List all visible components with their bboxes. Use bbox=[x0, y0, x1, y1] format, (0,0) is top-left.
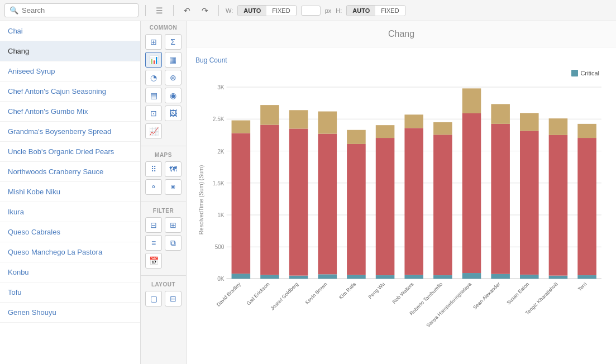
toolbar: 🔍 ☰ ↶ ↷ W: AUTO FIXED px H: AUTO FIXED bbox=[0, 0, 616, 21]
search-input[interactable] bbox=[22, 6, 133, 15]
list-item[interactable]: Northwoods Cranberry Sauce bbox=[0, 162, 140, 182]
svg-rect-28 bbox=[318, 134, 337, 275]
svg-rect-25 bbox=[289, 110, 308, 128]
width-input[interactable] bbox=[301, 6, 321, 16]
svg-text:Kevin Brown: Kevin Brown bbox=[304, 281, 328, 305]
svg-rect-65 bbox=[577, 124, 596, 138]
list-item[interactable]: Chang bbox=[0, 41, 140, 61]
svg-rect-51 bbox=[491, 274, 510, 279]
legend-color-box bbox=[571, 70, 578, 76]
list-item[interactable]: Chef Anton's Gumbo Mix bbox=[0, 102, 140, 122]
search-box[interactable]: 🔍 bbox=[4, 3, 139, 17]
donut-icon[interactable]: ◉ bbox=[165, 88, 182, 103]
list-item[interactable]: Aniseed Syrup bbox=[0, 61, 140, 82]
legend-label: Critical bbox=[580, 70, 599, 76]
svg-rect-40 bbox=[404, 128, 423, 275]
hamburger-button[interactable]: ☰ bbox=[152, 4, 166, 17]
svg-rect-53 bbox=[491, 104, 510, 123]
svg-rect-59 bbox=[549, 276, 568, 279]
filter-tiles-icon[interactable]: ⧉ bbox=[165, 235, 182, 251]
svg-text:500: 500 bbox=[215, 244, 225, 250]
svg-text:1.5K: 1.5K bbox=[213, 180, 225, 186]
separator bbox=[145, 5, 146, 16]
svg-rect-47 bbox=[462, 273, 481, 279]
filled-map-icon[interactable]: 🗺 bbox=[165, 161, 182, 177]
svg-rect-17 bbox=[232, 121, 251, 133]
filter-list-icon[interactable]: ⊟ bbox=[145, 217, 162, 233]
height-fixed-button[interactable]: FIXED bbox=[375, 6, 404, 16]
undo-button[interactable]: ↶ bbox=[180, 4, 194, 17]
sigma-icon[interactable]: Σ bbox=[165, 34, 182, 50]
filter-lines-icon[interactable]: ≡ bbox=[145, 235, 162, 251]
chart-svg-wrapper: ResolvedTime (Sum) (Sum) 0K5001K1.5K2K2.… bbox=[195, 69, 607, 331]
redo-button[interactable]: ↷ bbox=[198, 4, 212, 17]
list-item[interactable]: Genen Shouyu bbox=[0, 303, 140, 323]
width-auto-button[interactable]: AUTO bbox=[238, 6, 266, 16]
y-axis-label: ResolvedTime (Sum) (Sum) bbox=[198, 165, 204, 235]
list-item[interactable]: Ikura bbox=[0, 202, 140, 222]
svg-rect-64 bbox=[577, 138, 596, 275]
list-item[interactable]: Mishi Kobe Niku bbox=[0, 182, 140, 202]
svg-rect-49 bbox=[462, 88, 481, 113]
svg-rect-45 bbox=[433, 122, 452, 135]
layout-split-icon[interactable]: ⊟ bbox=[165, 291, 182, 306]
dot-map-icon[interactable]: ⠿ bbox=[145, 161, 162, 177]
width-fixed-button[interactable]: FIXED bbox=[266, 6, 295, 16]
items-list: ChaiChangAniseed SyrupChef Anton's Cajun… bbox=[0, 21, 141, 364]
list-item[interactable]: Konbu bbox=[0, 262, 140, 282]
list-item[interactable]: Chai bbox=[0, 21, 140, 41]
bar-chart-svg: ResolvedTime (Sum) (Sum) 0K5001K1.5K2K2.… bbox=[195, 69, 607, 331]
image-text-icon[interactable]: ⊡ bbox=[145, 106, 162, 121]
chart-container: Bug Count Critical ResolvedTime (Sum) (S… bbox=[187, 47, 616, 364]
common-icon-grid: ⊞ Σ 📊 ▦ ◔ ⊛ ▤ ◉ ⊡ 🖼 📈 bbox=[141, 33, 186, 143]
treemap-icon[interactable]: ▦ bbox=[165, 52, 182, 68]
list-item[interactable]: Queso Cabrales bbox=[0, 222, 140, 242]
pie-chart-icon[interactable]: ◔ bbox=[145, 70, 162, 85]
scatter-icon[interactable]: ⊛ bbox=[165, 70, 182, 85]
main-layout: ChaiChangAniseed SyrupChef Anton's Cajun… bbox=[0, 21, 616, 364]
svg-text:Peng Wu: Peng Wu bbox=[367, 281, 386, 300]
svg-rect-23 bbox=[289, 276, 308, 279]
filter-grid-icon[interactable]: ⊞ bbox=[165, 217, 182, 233]
table-icon[interactable]: ⊞ bbox=[145, 34, 162, 50]
list-item[interactable]: Uncle Bob's Organic Dried Pears bbox=[0, 142, 140, 162]
svg-rect-24 bbox=[289, 128, 308, 275]
combo-icon[interactable]: 📈 bbox=[145, 123, 162, 139]
height-auto-button[interactable]: AUTO bbox=[347, 6, 375, 16]
layout-single-icon[interactable]: ▢ bbox=[145, 291, 162, 306]
svg-rect-19 bbox=[260, 275, 279, 279]
list-item[interactable]: Tofu bbox=[0, 282, 140, 303]
svg-rect-56 bbox=[520, 131, 539, 274]
svg-text:3K: 3K bbox=[217, 84, 225, 90]
cluster-map-icon[interactable]: ⁕ bbox=[165, 179, 182, 195]
bubble-map-icon[interactable]: ⚬ bbox=[145, 179, 162, 195]
svg-text:Gail Erickson: Gail Erickson bbox=[246, 281, 271, 306]
text-icon[interactable]: ▤ bbox=[145, 88, 162, 103]
maps-icon-grid: ⠿ 🗺 ⚬ ⁕ bbox=[141, 160, 186, 199]
bar-chart-icon[interactable]: 📊 bbox=[145, 52, 162, 68]
svg-rect-61 bbox=[549, 118, 568, 135]
layout-separator bbox=[141, 275, 186, 276]
svg-text:Sean Alexander: Sean Alexander bbox=[472, 281, 501, 310]
svg-text:2.5K: 2.5K bbox=[213, 116, 225, 122]
list-item[interactable]: Grandma's Boysenberry Spread bbox=[0, 122, 140, 142]
svg-rect-32 bbox=[347, 144, 366, 275]
list-item[interactable]: Chef Anton's Cajun Seasoning bbox=[0, 82, 140, 102]
svg-text:Rob Walters: Rob Walters bbox=[391, 281, 414, 304]
svg-text:2K: 2K bbox=[217, 149, 225, 155]
svg-text:David Bradley: David Bradley bbox=[216, 281, 242, 307]
height-toggle[interactable]: AUTO FIXED bbox=[346, 5, 405, 16]
chart-area: Chang Bug Count Critical ResolvedTime (S… bbox=[187, 21, 616, 364]
common-section-label: COMMON bbox=[141, 21, 186, 33]
svg-rect-37 bbox=[376, 125, 395, 138]
list-item[interactable]: Queso Manchego La Pastora bbox=[0, 242, 140, 262]
filter-separator bbox=[141, 202, 186, 202]
width-toggle[interactable]: AUTO FIXED bbox=[237, 5, 296, 16]
svg-text:Terri: Terri bbox=[577, 281, 588, 293]
chart-legend: Critical bbox=[571, 70, 599, 76]
layout-icon-grid: ▢ ⊟ bbox=[141, 290, 186, 311]
image-icon[interactable]: 🖼 bbox=[165, 106, 182, 121]
filter-calendar-icon[interactable]: 📅 bbox=[145, 253, 162, 269]
filter-icon-grid: ⊟ ⊞ ≡ ⧉ 📅 bbox=[141, 216, 186, 273]
svg-rect-21 bbox=[260, 105, 279, 124]
